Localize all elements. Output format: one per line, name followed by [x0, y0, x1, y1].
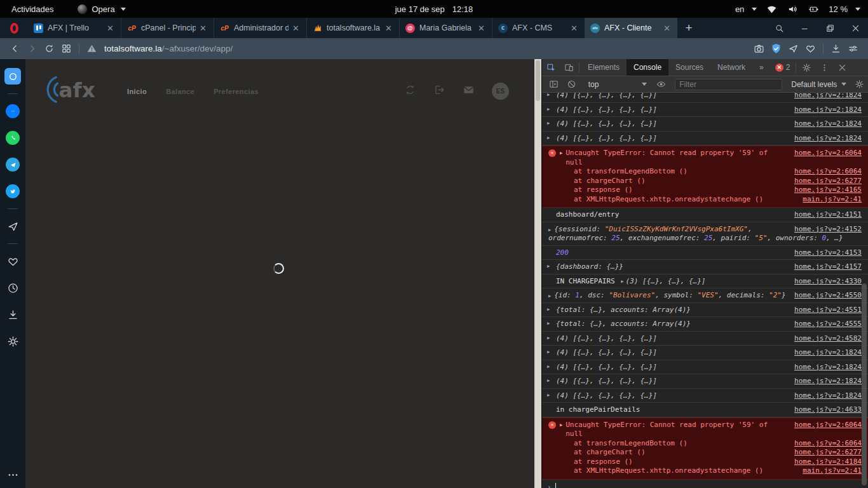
expand-triangle-icon[interactable]: ▶	[547, 336, 550, 341]
expand-triangle-icon[interactable]: ▶	[547, 321, 550, 327]
easy-setup-icon[interactable]	[844, 41, 862, 57]
nav-item-preferencias[interactable]: Preferencias	[214, 88, 259, 95]
source-link[interactable]: home.js?v=2:4582	[794, 334, 862, 344]
nav-item-balance[interactable]: Balance	[166, 88, 194, 95]
refresh-icon[interactable]	[404, 84, 416, 98]
sidebar-telegram-icon[interactable]	[0, 151, 25, 178]
source-link[interactable]: home.js?v=2:1824	[794, 391, 862, 401]
source-link[interactable]: home.js?v=2:4157	[794, 262, 862, 272]
expand-triangle-icon[interactable]: ▶	[547, 393, 550, 398]
sidebar-more-icon[interactable]	[0, 461, 25, 488]
expand-triangle-icon[interactable]: ▶	[547, 307, 550, 313]
browser-tab-cpanel-principa[interactable]: cPcPanel - Principa✕	[121, 18, 214, 38]
source-link[interactable]: home.js?v=2:4165	[794, 186, 862, 195]
expand-triangle-icon[interactable]: ▶	[560, 151, 562, 156]
clear-console-icon[interactable]	[562, 79, 580, 89]
clock[interactable]: jue 17 de sep 12:18	[395, 4, 473, 14]
expand-triangle-icon[interactable]: ▶	[547, 93, 550, 98]
expand-triangle-icon[interactable]: ▶	[547, 378, 550, 384]
log-levels-selector[interactable]: Default levels	[787, 80, 850, 89]
tab-close-icon[interactable]: ✕	[477, 24, 486, 33]
expand-triangle-icon[interactable]: ▶	[547, 121, 550, 126]
console-sidebar-icon[interactable]	[545, 79, 562, 89]
tab-close-icon[interactable]: ✕	[384, 24, 393, 33]
source-link[interactable]: home.js?v=2:4633	[794, 405, 862, 415]
tab-close-icon[interactable]: ✕	[662, 24, 672, 33]
expand-triangle-icon[interactable]: ▶	[619, 279, 625, 284]
battery-icon[interactable]	[805, 1, 822, 17]
live-expression-eye-icon[interactable]	[655, 79, 667, 89]
expand-triangle-icon[interactable]: ▶	[548, 227, 551, 233]
browser-tab-administrador-d[interactable]: cPAdministrador d✕	[214, 18, 306, 38]
browser-tab-afx-cliente[interactable]: afxAFX - Cliente✕	[585, 18, 677, 38]
logout-icon[interactable]	[433, 84, 445, 98]
expand-triangle-icon[interactable]: ▶	[547, 107, 550, 112]
opera-menu-button[interactable]	[0, 18, 28, 38]
source-link[interactable]: home.js?v=2:1824	[794, 93, 862, 100]
tab-close-icon[interactable]: ✕	[198, 24, 208, 33]
minimize-button[interactable]	[792, 18, 817, 38]
language-badge[interactable]: ES	[492, 83, 509, 100]
source-link[interactable]: home.js?v=2:4551	[794, 306, 862, 315]
tab-close-icon[interactable]: ✕	[569, 24, 579, 33]
devtools-device-toolbar-icon[interactable]	[560, 59, 578, 76]
volume-icon[interactable]	[784, 1, 801, 17]
mail-icon[interactable]	[463, 84, 475, 98]
system-indicators[interactable]: en 12 %	[735, 1, 860, 17]
search-button[interactable]	[766, 18, 792, 38]
source-link[interactable]: main.js?v=2:41	[803, 466, 862, 476]
devtools-scrollbar-thumb[interactable]	[862, 283, 867, 485]
browser-tab-afx-cms[interactable]: AFX - CMS✕	[492, 18, 585, 38]
devtools-tab-more[interactable]: »	[752, 59, 771, 76]
browser-tab-afx-trello[interactable]: AFX | Trello✕	[28, 18, 121, 38]
source-link[interactable]: home.js?v=2:4330	[794, 277, 862, 287]
source-link[interactable]: home.js?v=2:6064	[794, 167, 862, 177]
context-selector[interactable]: top	[583, 80, 652, 89]
sidebar-speed-dial-icon[interactable]	[0, 63, 25, 90]
browser-tab-totalsoftware-la[interactable]: totalsoftware.la✕	[306, 18, 399, 38]
sidebar-bookmarks-icon[interactable]	[0, 248, 25, 274]
wifi-icon[interactable]	[763, 1, 780, 17]
heart-icon[interactable]	[802, 41, 819, 57]
site-info-warning-icon[interactable]	[83, 41, 100, 57]
source-link[interactable]: home.js?v=2:1824	[794, 377, 862, 386]
nav-item-inicio[interactable]: Inicio	[127, 88, 147, 95]
expand-triangle-icon[interactable]: ▶	[548, 294, 551, 299]
source-link[interactable]: home.js?v=2:4151	[794, 210, 862, 220]
expand-triangle-icon[interactable]: ▶	[547, 135, 550, 141]
back-icon[interactable]	[6, 41, 24, 57]
expand-triangle-icon[interactable]: ▶	[547, 264, 550, 269]
sidebar-whatsapp-icon[interactable]	[0, 125, 25, 151]
error-counter[interactable]: ✕ 2	[771, 59, 795, 76]
devtools-inspect-icon[interactable]	[542, 59, 560, 76]
sidebar-downloads-icon[interactable]	[0, 301, 25, 328]
console-prompt[interactable]: ›	[542, 480, 868, 488]
source-link[interactable]: home.js?v=2:6277	[794, 177, 862, 186]
source-link[interactable]: home.js?v=2:1824	[794, 363, 862, 372]
url-field[interactable]: totalsoftware.la/~afxuser/dev/app/	[104, 44, 750, 53]
source-link[interactable]: main.js?v=2:41	[803, 195, 862, 205]
console-settings-gear-icon[interactable]	[853, 79, 865, 89]
download-icon[interactable]	[827, 41, 844, 57]
expand-triangle-icon[interactable]: ▶	[560, 423, 562, 428]
sidebar-settings-icon[interactable]	[0, 328, 25, 355]
tab-tiles-icon[interactable]	[58, 41, 75, 57]
source-link[interactable]: home.js?v=2:6064	[794, 439, 862, 449]
source-link[interactable]: home.js?v=2:6064	[794, 149, 862, 158]
expand-triangle-icon[interactable]: ▶	[547, 364, 550, 370]
devtools-close-icon[interactable]	[833, 59, 851, 76]
activities-button[interactable]: Actividades	[9, 3, 56, 15]
page-scrollbar-thumb[interactable]	[536, 60, 540, 101]
console-filter-input[interactable]	[675, 79, 782, 90]
source-link[interactable]: home.js?v=2:4184	[794, 458, 862, 467]
source-link[interactable]: home.js?v=2:1824	[794, 134, 862, 144]
devtools-kebab-icon[interactable]	[815, 59, 833, 76]
new-tab-button[interactable]: +	[677, 18, 700, 38]
reload-icon[interactable]	[41, 41, 58, 57]
devtools-tab-sources[interactable]: Sources	[668, 59, 710, 76]
page-scrollbar[interactable]	[534, 59, 541, 488]
tab-close-icon[interactable]: ✕	[291, 24, 301, 33]
source-link[interactable]: home.js?v=2:1824	[794, 105, 862, 115]
source-link[interactable]: home.js?v=2:4153	[794, 248, 862, 258]
app-menu[interactable]: Opera	[78, 4, 125, 14]
